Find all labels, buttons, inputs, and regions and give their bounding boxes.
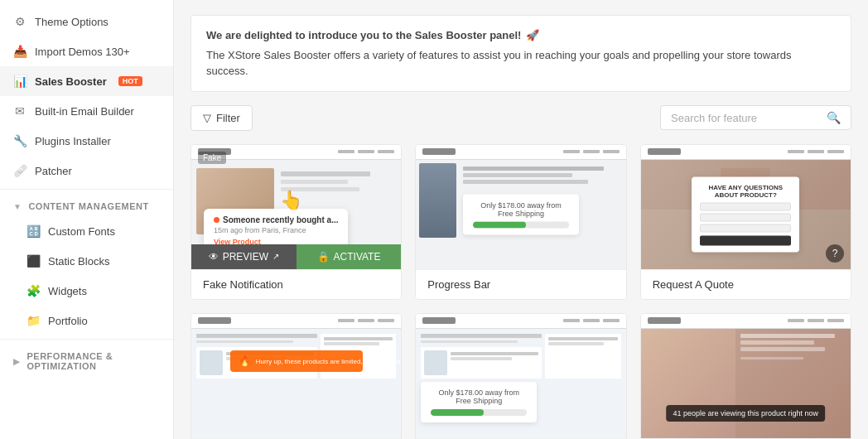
filter-label: Filter: [216, 112, 240, 124]
popup-subtitle: 15m ago from Paris, France: [214, 226, 338, 234]
intro-subtitle: The XStore Sales Booster offers a variet…: [206, 47, 836, 80]
intro-title: We are delighted to introduce you to the…: [206, 27, 521, 44]
mock-header-6: [641, 314, 851, 329]
widget-icon: 🧩: [27, 284, 40, 297]
mock-logo-2: [422, 148, 456, 155]
mock-header-5: [416, 314, 625, 329]
cursor-hand-icon: 👆: [280, 190, 302, 211]
checkout-pb-track: [431, 409, 527, 416]
mock-store-6: 41 people are viewing this product right…: [641, 314, 851, 438]
card-preview-live: 41 people are viewing this product right…: [641, 314, 851, 438]
block-icon: ⬛: [27, 254, 40, 268]
email-icon: ✉: [13, 104, 27, 118]
card-progress-bar[interactable]: Only $178.00 away from Free Shipping Pro…: [415, 144, 626, 300]
mock-nav-5: [563, 319, 620, 322]
card-title-fake: Fake Notification: [203, 278, 283, 291]
card-preview-countdown: 🔥 Hurry up, these products are limited, …: [191, 314, 401, 438]
popup-title-text: Someone recently bought a...: [223, 215, 338, 224]
main-content: We are delighted to introduce you to the…: [174, 0, 868, 439]
sidebar: ⚙ Theme Options 📥 Import Demos 130+ 📊 Sa…: [0, 0, 174, 439]
quote-submit-btn: [700, 235, 791, 245]
checkout-progress-bar-mock: Only $178.00 away from Free Shipping: [421, 382, 537, 422]
sidebar-item-patcher[interactable]: 🩹 Patcher: [0, 156, 173, 186]
rocket-icon: 🚀: [526, 27, 539, 44]
wrench-icon: 🔧: [13, 134, 27, 147]
mock-logo-6: [648, 317, 681, 324]
quote-form-title: HAVE ANY QUESTIONS ABOUT PRODUCT?: [700, 183, 791, 198]
card-preview-quote: HAVE ANY QUESTIONS ABOUT PRODUCT? ?: [641, 145, 851, 269]
sidebar-divider-2: [0, 339, 173, 340]
fire-icon: 🔥: [239, 355, 251, 367]
activate-label-fake: ACTIVATE: [334, 251, 381, 263]
mock-store-3: HAVE ANY QUESTIONS ABOUT PRODUCT? ?: [641, 145, 851, 269]
sidebar-item-plugins-installer[interactable]: 🔧 Plugins Installer: [0, 126, 173, 156]
pb-track: [473, 221, 569, 228]
mock-logo-4: [198, 317, 231, 324]
countdown-bar: 🔥 Hurry up, these products are limited, …: [230, 350, 363, 372]
mock-nav-3: [788, 150, 844, 153]
sidebar-label-theme-options: Theme Options: [35, 16, 108, 28]
intro-title-row: We are delighted to introduce you to the…: [206, 27, 836, 44]
chevron-right-icon: ▶: [13, 357, 21, 366]
sidebar-label-portfolio: Portfolio: [48, 315, 88, 327]
mock-header-3: [641, 145, 851, 160]
sidebar-item-widgets[interactable]: 🧩 Widgets: [0, 276, 173, 306]
quote-field-1: [700, 202, 791, 210]
card-footer-fake: Fake Notification: [191, 269, 401, 299]
filter-button[interactable]: ▽ Filter: [190, 105, 253, 131]
card-fake-live-viewing[interactable]: 41 people are viewing this product right…: [640, 313, 851, 440]
search-input[interactable]: [671, 112, 820, 124]
card-title-quote: Request A Quote: [653, 278, 734, 291]
checkout-pb-fill: [431, 409, 484, 416]
mock-store-5: Only $178.00 away from Free Shipping: [416, 314, 625, 438]
quote-form: HAVE ANY QUESTIONS ABOUT PRODUCT?: [692, 176, 799, 252]
preview-button-fake[interactable]: 👁 PREVIEW ↗: [191, 244, 297, 269]
mock-store-4: 🔥 Hurry up, these products are limited, …: [191, 314, 401, 438]
section-content-management[interactable]: ▼ CONTENT MANAGEMENT: [0, 193, 173, 216]
mock-logo-5: [422, 317, 456, 324]
search-icon: 🔍: [827, 111, 841, 124]
sidebar-item-custom-fonts[interactable]: 🔠 Custom Fonts: [0, 216, 173, 246]
section-label-performance: PERFORMANCE & OPTIMIZATION: [27, 351, 161, 371]
patch-icon: 🩹: [13, 164, 27, 177]
eye-icon: 👁: [209, 251, 219, 263]
mock-logo-3: [648, 148, 681, 155]
live-bar-text: 41 people are viewing this product right…: [673, 409, 819, 417]
mock-header-2: [416, 145, 625, 160]
quote-field-2: [700, 213, 791, 221]
sidebar-label-import-demos: Import Demos 130+: [35, 46, 130, 58]
live-bar: 41 people are viewing this product right…: [667, 405, 826, 422]
content-management-items: 🔠 Custom Fonts ⬛ Static Blocks 🧩 Widgets…: [0, 216, 173, 335]
fake-label: Fake: [198, 152, 226, 164]
chevron-down-icon: ▼: [13, 202, 22, 211]
pb-text: Only $178.00 away from Free Shipping: [473, 200, 569, 217]
gear-icon: ⚙: [13, 15, 27, 28]
section-label-content-management: CONTENT MANAGEMENT: [28, 201, 148, 211]
preview-arrow-icon: ↗: [272, 252, 279, 261]
card-preview-checkout-progress: Only $178.00 away from Free Shipping: [416, 314, 625, 438]
mock-nav-6: [788, 319, 844, 322]
sidebar-label-widgets: Widgets: [48, 285, 87, 297]
sidebar-item-email-builder[interactable]: ✉ Built-in Email Builder: [0, 96, 173, 126]
card-checkout-countdown[interactable]: 🔥 Hurry up, these products are limited, …: [190, 313, 402, 440]
section-performance-optimization[interactable]: ▶ PERFORMANCE & OPTIMIZATION: [0, 343, 173, 376]
sidebar-label-sales-booster: Sales Booster: [35, 75, 107, 88]
preview-label-fake: PREVIEW: [223, 251, 268, 263]
activate-button-fake[interactable]: 🔒 ACTIVATE: [297, 244, 402, 269]
intro-banner: We are delighted to introduce you to the…: [190, 15, 851, 92]
card-overlay-fake: 👁 PREVIEW ↗ 🔒 ACTIVATE: [191, 244, 401, 269]
sidebar-label-custom-fonts: Custom Fonts: [48, 225, 115, 238]
sidebar-item-static-blocks[interactable]: ⬛ Static Blocks: [0, 246, 173, 276]
cards-grid: Someone recently bought a... 15m ago fro…: [190, 144, 851, 440]
card-fake-notification[interactable]: Someone recently bought a... 15m ago fro…: [190, 144, 402, 300]
card-request-quote[interactable]: HAVE ANY QUESTIONS ABOUT PRODUCT? ? Requ…: [640, 144, 851, 300]
sidebar-item-import-demos[interactable]: 📥 Import Demos 130+: [0, 36, 173, 66]
pb-fill: [473, 221, 526, 228]
help-button-3[interactable]: ?: [826, 244, 844, 263]
sidebar-item-theme-options[interactable]: ⚙ Theme Options: [0, 7, 173, 36]
sidebar-item-portfolio[interactable]: 📁 Portfolio: [0, 306, 173, 335]
card-title-progress: Progress Bar: [427, 278, 490, 291]
sidebar-item-sales-booster[interactable]: 📊 Sales Booster HOT: [0, 66, 173, 96]
card-checkout-progress[interactable]: Only $178.00 away from Free Shipping Car…: [415, 313, 626, 440]
import-icon: 📥: [13, 45, 27, 58]
